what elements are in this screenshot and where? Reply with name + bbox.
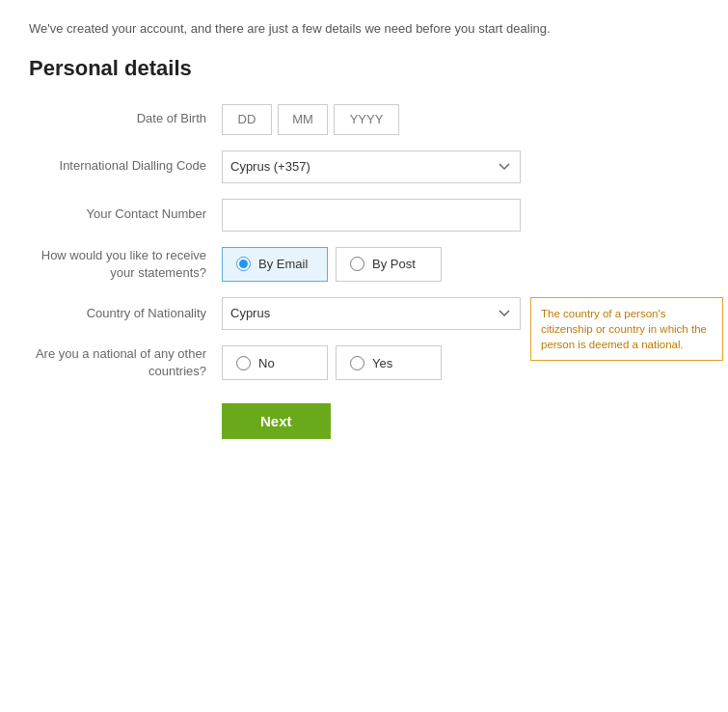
dob-inputs [222,104,399,135]
statements-post-option[interactable]: By Post [336,247,442,282]
contact-number-input[interactable] [222,199,521,232]
statements-post-label: By Post [372,257,416,271]
other-countries-no-radio[interactable] [236,356,251,370]
next-button[interactable]: Next [222,403,331,439]
statements-radio-group: By Email By Post [222,247,442,282]
other-countries-yes-option[interactable]: Yes [336,345,442,380]
statements-email-label: By Email [258,257,308,271]
other-countries-no-option[interactable]: No [222,345,328,380]
other-countries-yes-label: Yes [372,356,392,370]
dob-dd-input[interactable] [222,104,272,135]
statements-label: How would you like to receive your state… [29,247,222,282]
other-countries-radio-group: No Yes [222,345,442,380]
dob-yyyy-input[interactable] [334,104,399,135]
nationality-label: Country of Nationality [29,305,222,322]
page-title: Personal details [29,56,699,81]
statements-email-radio[interactable] [236,257,251,271]
other-countries-label: Are you a national of any other countrie… [29,345,222,380]
statements-post-radio[interactable] [350,257,364,271]
dialling-code-select[interactable]: Cyprus (+357) United Kingdom (+44) Unite… [222,151,521,183]
nationality-tooltip: The country of a person's citizenship or… [530,297,723,361]
dialling-code-label: International Dialling Code [29,157,222,175]
intro-text: We've created your account, and there ar… [29,19,699,39]
nationality-select[interactable]: Cyprus United Kingdom United States Gree… [222,297,521,330]
dob-mm-input[interactable] [278,104,328,135]
statements-email-option[interactable]: By Email [222,247,328,282]
contact-number-label: Your Contact Number [29,205,222,223]
dob-label: Date of Birth [29,110,222,127]
other-countries-yes-radio[interactable] [350,356,364,370]
other-countries-no-label: No [258,356,275,370]
